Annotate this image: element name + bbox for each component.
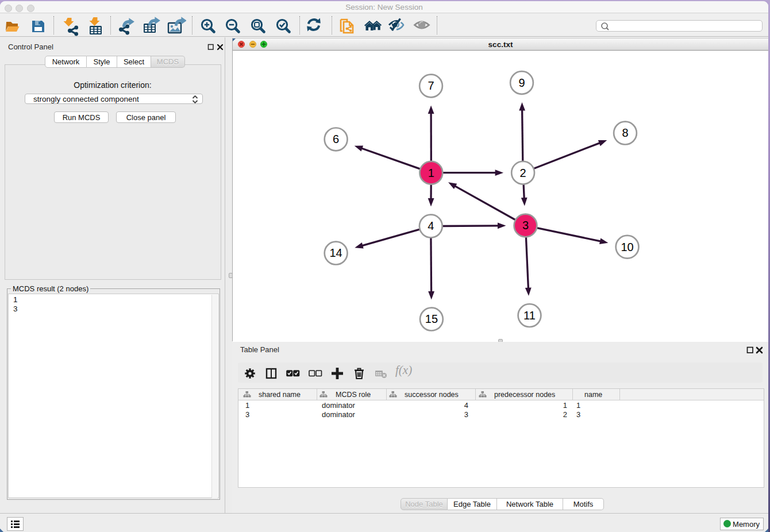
- svg-text:2: 2: [520, 167, 526, 179]
- svg-text:8: 8: [622, 126, 628, 139]
- svg-text:1: 1: [428, 167, 434, 179]
- svg-text:6: 6: [333, 133, 339, 145]
- svg-text:7: 7: [428, 79, 434, 92]
- svg-text:10: 10: [621, 241, 633, 253]
- svg-text:14: 14: [329, 246, 342, 259]
- svg-text:4: 4: [428, 219, 434, 232]
- svg-text:3: 3: [522, 219, 529, 232]
- svg-text:15: 15: [425, 313, 438, 325]
- svg-text:11: 11: [523, 309, 536, 322]
- svg-text:9: 9: [518, 76, 525, 89]
